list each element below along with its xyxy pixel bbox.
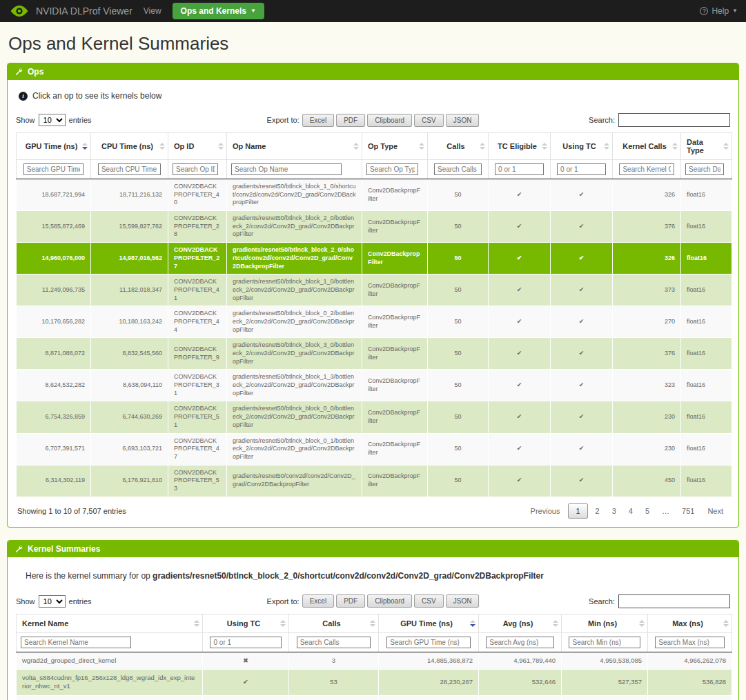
cell-op_name: gradients/resnet50/btlnck_block_2_0/shor…	[227, 243, 362, 274]
wrench-icon	[14, 545, 23, 553]
table-row[interactable]: 6,754,326,8596,744,630,269CONV2DBACKPROP…	[17, 401, 732, 433]
export-csv-button[interactable]: CSV	[414, 114, 444, 127]
pagination-page-2[interactable]: 2	[591, 504, 605, 518]
pagination-page-5[interactable]: 5	[640, 504, 654, 518]
cell-kernel_calls: 376	[613, 211, 681, 243]
export-json-button[interactable]: JSON	[446, 114, 480, 127]
cell-op_name: gradients/resnet50/btlnck_block_1_3/bott…	[227, 370, 362, 401]
pagination-page-4[interactable]: 4	[624, 504, 638, 518]
pagination-next[interactable]: Next	[702, 504, 729, 518]
filter-input-max[interactable]	[655, 637, 724, 648]
filter-input-kernel_name[interactable]	[21, 637, 131, 648]
ops-entries-select[interactable]: 10	[39, 114, 66, 126]
filter-input-kernel_calls[interactable]	[619, 163, 674, 175]
table-row[interactable]: 6,314,302,1196,176,921,810CONV2DBACKPROP…	[17, 465, 732, 497]
nav-item-ops-and-kernels[interactable]: Ops and Kernels ▼	[173, 3, 264, 19]
cell-op_id: CONV2DBACKPROPFILTER_28	[168, 211, 227, 243]
column-header-avg[interactable]: Avg (ns)	[479, 614, 562, 632]
nav-item-help[interactable]: ? Help ▼	[700, 6, 738, 16]
filter-input-calls[interactable]	[297, 637, 371, 648]
export-json-button[interactable]: JSON	[446, 594, 480, 608]
export-pdf-button[interactable]: PDF	[336, 114, 365, 127]
cell-data_type: float16	[681, 433, 732, 465]
column-header-tc_eligible[interactable]: TC Eligible	[489, 133, 551, 160]
column-header-cpu_time[interactable]: CPU Time (ns)	[91, 133, 168, 160]
filter-input-cpu_time[interactable]	[98, 163, 161, 175]
cell-calls: 50	[428, 433, 489, 465]
column-header-max[interactable]: Max (ns)	[648, 614, 732, 632]
export-csv-button[interactable]: CSV	[414, 594, 444, 608]
cell-tc_eligible: ✔	[489, 433, 551, 465]
column-header-using_tc[interactable]: Using TC	[203, 614, 289, 632]
table-row[interactable]: 11,249,096,73511,182,018,347CONV2DBACKPR…	[17, 274, 732, 306]
cell-data_type: float16	[681, 306, 732, 338]
export-clipboard-button[interactable]: Clipboard	[367, 594, 412, 608]
nav-item-view[interactable]: View	[144, 6, 161, 16]
export-excel-button[interactable]: Excel	[302, 114, 334, 127]
cell-max: 536,828	[648, 669, 732, 695]
filter-input-op_id[interactable]	[173, 163, 218, 175]
column-header-op_id[interactable]: Op ID	[168, 133, 227, 160]
column-header-gpu_time[interactable]: GPU Time (ns)	[17, 133, 91, 160]
column-label: GPU Time (ns)	[26, 142, 78, 150]
column-header-kernel_calls[interactable]: Kernel Calls	[613, 133, 681, 160]
column-label: Data Type	[687, 138, 704, 154]
pagination-page-3[interactable]: 3	[607, 504, 621, 518]
sort-icon	[218, 143, 224, 150]
cell-op_name: gradients/resnet50/btlnck_block_1_0/shor…	[227, 179, 362, 211]
table-row[interactable]: 14,960,076,00014,987,016,562CONV2DBACKPR…	[17, 243, 732, 274]
cell-calls: 50	[428, 401, 489, 433]
cell-calls: 3	[289, 652, 379, 669]
kernel-entries-select[interactable]: 10	[39, 595, 66, 608]
column-header-min[interactable]: Min (ns)	[562, 614, 648, 632]
filter-input-min[interactable]	[569, 637, 640, 648]
cell-op_type: Conv2DBackpropFilter	[362, 274, 428, 306]
cell-kernel_calls: 373	[613, 274, 681, 306]
filter-input-gpu_time[interactable]	[386, 637, 470, 648]
table-row[interactable]: 18,687,721,99418,711,216,132CONV2DBACKPR…	[17, 179, 732, 211]
kernel-export-buttons: Excel PDF Clipboard CSV JSON	[302, 594, 480, 608]
table-row[interactable]: 8,624,532,2828,638,094,110CONV2DBACKPROP…	[17, 370, 732, 401]
kernel-search-input[interactable]	[618, 594, 730, 608]
ops-panel-title: Ops	[28, 67, 43, 77]
cell-calls: 50	[428, 338, 489, 370]
brand: NVIDIA DLProf Viewer	[8, 3, 132, 19]
column-header-op_type[interactable]: Op Type	[362, 133, 428, 160]
column-header-calls[interactable]: Calls	[289, 614, 379, 632]
filter-input-data_type[interactable]	[685, 163, 724, 175]
column-header-calls[interactable]: Calls	[428, 133, 489, 160]
cell-kernel_calls: 230	[613, 401, 681, 433]
cell-op_id: CONV2DBACKPROPFILTER_9	[168, 338, 227, 370]
table-row[interactable]: 6,707,391,5716,693,103,721CONV2DBACKPROP…	[17, 433, 732, 465]
pagination-page-751[interactable]: 751	[677, 504, 699, 518]
table-row[interactable]: 8,871,088,0728,832,545,560CONV2DBACKPROP…	[17, 338, 732, 370]
column-header-data_type[interactable]: Data Type	[681, 133, 732, 160]
cell-data_type: float16	[681, 465, 732, 497]
column-header-gpu_time[interactable]: GPU Time (ns)	[379, 614, 479, 632]
ops-table: GPU Time (ns)CPU Time (ns)Op IDOp NameOp…	[16, 132, 732, 497]
pagination-previous[interactable]: Previous	[525, 504, 566, 518]
pagination-page-1[interactable]: 1	[568, 503, 587, 519]
ops-search-input[interactable]	[618, 113, 730, 127]
export-excel-button[interactable]: Excel	[302, 594, 334, 608]
kernel-summary-op-name: gradients/resnet50/btlnck_block_2_0/shor…	[153, 571, 544, 581]
filter-input-gpu_time[interactable]	[23, 163, 84, 175]
table-row[interactable]: 15,585,872,46915,599,827,762CONV2DBACKPR…	[17, 211, 732, 243]
filter-input-avg[interactable]	[486, 637, 553, 648]
filter-input-op_name[interactable]	[231, 163, 342, 175]
filter-input-calls[interactable]	[434, 163, 482, 175]
table-row[interactable]: 10,170,656,28210,180,163,242CONV2DBACKPR…	[17, 306, 732, 338]
filter-input-using_tc[interactable]	[557, 163, 606, 175]
column-header-using_tc[interactable]: Using TC	[551, 133, 613, 160]
cell-data_type: float16	[681, 338, 732, 370]
cell-kernel_calls: 450	[613, 465, 681, 497]
export-clipboard-button[interactable]: Clipboard	[367, 114, 412, 127]
export-pdf-button[interactable]: PDF	[336, 594, 365, 608]
column-header-op_name[interactable]: Op Name	[227, 133, 362, 160]
filter-input-tc_eligible[interactable]	[495, 163, 544, 175]
filter-input-op_type[interactable]	[366, 163, 418, 175]
cell-using_tc: ✔	[551, 179, 613, 211]
column-header-kernel_name[interactable]: Kernel Name	[17, 614, 203, 632]
cell-op_name: gradients/resnet50/btlnck_block_1_0/bott…	[227, 274, 362, 306]
filter-input-using_tc[interactable]	[210, 637, 281, 648]
